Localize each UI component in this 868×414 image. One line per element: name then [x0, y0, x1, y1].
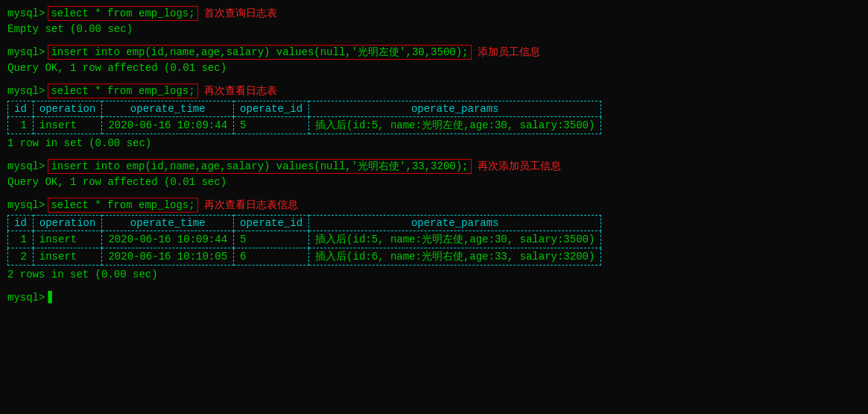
table-1-footer: 1 row in set (0.00 sec)	[7, 136, 861, 151]
cell-params-2-1: 插入后(id:5, name:光明左使,age:30, salary:3500)	[309, 231, 601, 248]
command-box-3: select * from emp_logs;	[48, 84, 197, 99]
command-line-6: mysql> ▋	[7, 290, 861, 306]
comment-1: 首次查询日志表	[204, 6, 277, 22]
col-operation-1: operation	[33, 101, 102, 117]
command-box-4: insert into emp(id,name,age,salary) valu…	[48, 159, 471, 175]
command-line-5: mysql> select * from emp_logs; 再次查看日志表信息	[7, 198, 861, 213]
cell-time-2-1: 2020-06-16 10:09:44	[102, 231, 234, 248]
cell-op-1-1: insert	[33, 117, 102, 134]
prompt-2: mysql>	[7, 45, 45, 60]
col-operate-params-2: operate_params	[309, 216, 601, 231]
cell-id-2-1: 1	[8, 231, 34, 248]
table-header-row-1: id operation operate_time operate_id ope…	[8, 101, 601, 117]
table-header-row-2: id operation operate_time operate_id ope…	[8, 216, 601, 231]
col-operate-params-1: operate_params	[309, 101, 601, 117]
cell-time-1-1: 2020-06-16 10:09:44	[102, 117, 234, 134]
comment-5: 再次查看日志表信息	[204, 198, 298, 213]
cell-id-1-1: 1	[8, 117, 34, 134]
command-line-4: mysql> insert into emp(id,name,age,salar…	[7, 159, 861, 175]
cell-opid-1-1: 5	[234, 117, 309, 134]
cell-params-1-1: 插入后(id:5, name:光明左使,age:30, salary:3500)	[309, 117, 601, 134]
col-id-2: id	[8, 216, 34, 231]
cell-id-2-2: 2	[8, 248, 34, 266]
command-line-1: mysql> select * from emp_logs; 首次查询日志表	[7, 6, 861, 22]
col-operate-time-1: operate_time	[102, 101, 234, 117]
table-row: 2 insert 2020-06-16 10:10:05 6 插入后(id:6,…	[8, 248, 601, 266]
prompt-1: mysql>	[7, 6, 45, 22]
comment-4: 再次添加员工信息	[478, 159, 561, 175]
col-operation-2: operation	[33, 216, 102, 231]
col-operate-id-1: operate_id	[234, 101, 309, 117]
prompt-3: mysql>	[7, 84, 45, 99]
result-4: Query OK, 1 row affected (0.01 sec)	[7, 175, 861, 190]
table-row: 1 insert 2020-06-16 10:09:44 5 插入后(id:5,…	[8, 117, 601, 134]
command-line-2: mysql> insert into emp(id,name,age,salar…	[7, 45, 861, 60]
result-table-2: id operation operate_time operate_id ope…	[7, 215, 601, 266]
col-operate-time-2: operate_time	[102, 216, 234, 231]
result-1: Empty set (0.00 sec)	[7, 22, 861, 37]
command-text-5: select * from emp_logs;	[48, 198, 197, 213]
result-table-1: id operation operate_time operate_id ope…	[7, 101, 601, 134]
prompt-6: mysql>	[7, 290, 45, 306]
cell-time-2-2: 2020-06-16 10:10:05	[102, 248, 234, 266]
command-text-4: insert into emp(id,name,age,salary) valu…	[48, 159, 471, 174]
command-box-5: select * from emp_logs;	[48, 198, 197, 213]
cell-op-2-1: insert	[33, 231, 102, 248]
cell-params-2-2: 插入后(id:6, name:光明右使,age:33, salary:3200)	[309, 248, 601, 266]
cell-opid-2-2: 6	[234, 248, 309, 266]
table-1: id operation operate_time operate_id ope…	[7, 101, 861, 151]
terminal: mysql> select * from emp_logs; 首次查询日志表 E…	[7, 6, 861, 306]
command-text-1: select * from emp_logs;	[48, 6, 197, 21]
prompt-5: mysql>	[7, 198, 45, 213]
cell-op-2-2: insert	[33, 248, 102, 266]
command-text-2: insert into emp(id,name,age,salary) valu…	[48, 45, 471, 60]
table-2: id operation operate_time operate_id ope…	[7, 215, 861, 283]
comment-3: 再次查看日志表	[204, 84, 277, 99]
command-line-3: mysql> select * from emp_logs; 再次查看日志表	[7, 84, 861, 99]
command-box-1: select * from emp_logs;	[48, 6, 197, 22]
cursor: ▋	[48, 290, 54, 306]
cell-opid-2-1: 5	[234, 231, 309, 248]
result-2: Query OK, 1 row affected (0.01 sec)	[7, 60, 861, 76]
command-box-2: insert into emp(id,name,age,salary) valu…	[48, 45, 471, 60]
table-2-footer: 2 rows in set (0.00 sec)	[7, 267, 861, 283]
col-id-1: id	[8, 101, 34, 117]
prompt-4: mysql>	[7, 159, 45, 175]
comment-2: 添加员工信息	[478, 45, 540, 60]
col-operate-id-2: operate_id	[234, 216, 309, 231]
table-row: 1 insert 2020-06-16 10:09:44 5 插入后(id:5,…	[8, 231, 601, 248]
command-text-3: select * from emp_logs;	[48, 84, 197, 98]
